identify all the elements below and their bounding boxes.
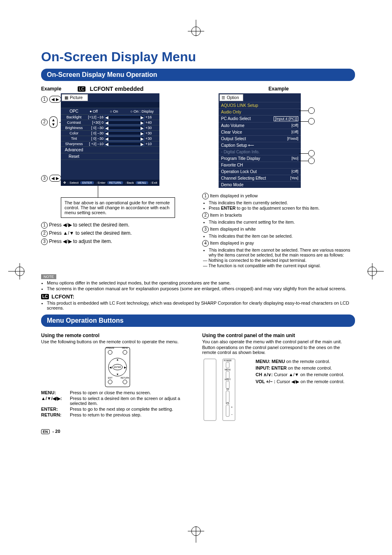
remote-diagram: FREEZE MENU ENTER ▲ ▼ ◀ ▶ EXIT RETURN <box>93 347 142 388</box>
guide-info-box: The bar above is an operational guide fo… <box>61 197 175 218</box>
picture-menu-mock: ▦ Picture OPC Off On On : Display Backli… <box>61 93 159 186</box>
lcfont-embedded-label: LCFONT embedded <box>90 86 144 92</box>
callout-4-right: 4 <box>308 157 315 164</box>
callout-1-left: 1 <box>41 96 48 103</box>
legend-4-head: 4 Item displayed in gray <box>202 240 355 247</box>
slider-max: +30 <box>144 131 158 135</box>
panel-desc-list: MENU: MENU on the remote control.INPUT: … <box>256 357 344 386</box>
legend-3-head: 3 Item displayed in white <box>202 226 355 233</box>
slider-max: +30 <box>144 136 158 141</box>
slider-value: [+30] 0 <box>85 120 105 125</box>
step-3: 3 Press ◀/▶ to adjust the item. <box>41 238 194 245</box>
callout-3-left: 3 <box>41 175 48 182</box>
enter-pill: ENTER <box>80 181 94 184</box>
option-row[interactable]: AQUOS LINK Setup <box>219 102 301 109</box>
option-row[interactable]: Favorite CH <box>219 162 301 168</box>
svg-text:MENU: MENU <box>225 368 231 371</box>
slider-max: +10 <box>144 142 158 146</box>
slider-track[interactable]: ◀▶ <box>105 142 144 146</box>
picture-icon: ▦ <box>65 95 68 100</box>
legend-1-head: 1 Item displayed in yellow <box>202 193 355 199</box>
option-tab[interactable]: ☰ Option <box>219 94 243 101</box>
crop-mark-bottom <box>188 526 204 543</box>
slider-track[interactable]: ◀▶ <box>105 126 144 130</box>
remote-intro: Use the following buttons on the remote … <box>41 339 194 344</box>
option-row[interactable]: Auto Volume[Off] <box>219 122 301 129</box>
page-number: EN - 20 <box>41 429 355 434</box>
option-row[interactable]: ◦ Digital Caption Info. <box>219 148 301 155</box>
section-header-buttons: Menu Operation Buttons <box>41 314 355 327</box>
callout-2-left: 2 <box>41 119 48 125</box>
svg-text:+: + <box>231 406 233 409</box>
legend-2-body: This indicates the current setting for t… <box>209 220 355 224</box>
slider-label: Tint <box>62 136 85 141</box>
slider-track[interactable]: ◀▶ <box>105 131 144 135</box>
lcfont-icon: LC <box>78 86 85 92</box>
option-icon: ☰ <box>221 95 225 100</box>
option-row[interactable]: Clear Voice[Off] <box>219 129 301 135</box>
slider-max: +40 <box>144 120 158 125</box>
option-row[interactable]: Program Title Display[No] <box>219 155 301 162</box>
option-row[interactable]: Output Select[Fixed] <box>219 135 301 142</box>
svg-text:MENU: MENU <box>122 347 128 349</box>
up-down-button-icon: ▲▼ <box>49 116 58 128</box>
notes-list: Menu options differ in the selected inpu… <box>47 280 355 291</box>
step-1: 1 Press ◀/▶ to select the desired item. <box>41 222 194 229</box>
opc-on[interactable]: On <box>110 109 118 113</box>
legend-3-body: This indicates that the item can be sele… <box>209 234 355 238</box>
slider-value: [ 0] –30 <box>85 136 105 141</box>
option-row[interactable]: Channel Selecting Effect[Yes] <box>219 175 301 181</box>
opc-label: OPC <box>62 109 85 113</box>
page-title: On-Screen Display Menu <box>41 49 355 65</box>
svg-text:−: − <box>231 413 233 416</box>
advanced-row[interactable]: Advanced <box>62 148 85 152</box>
slider-track[interactable]: ◀▶ <box>105 115 144 119</box>
svg-text:VOL: VOL <box>226 402 230 405</box>
opc-on-display[interactable]: On : Display <box>130 109 154 113</box>
option-row[interactable]: PC Audio Select[Input 4 (PC)] <box>219 115 301 122</box>
slider-max: +30 <box>144 126 158 130</box>
option-menu-mock: ☰ Option AQUOS LINK SetupAudio OnlyPC Au… <box>219 93 301 188</box>
slider-value: [ 0] –30 <box>85 126 105 130</box>
legend-4-body: This indicates that the item cannot be s… <box>209 247 355 268</box>
picture-tab[interactable]: ▦ Picture <box>62 94 88 101</box>
example-label-right: Example <box>202 86 355 92</box>
opc-off[interactable]: Off <box>90 109 98 113</box>
svg-text:RETURN: RETURN <box>121 377 129 379</box>
slider-value: [+12] –16 <box>85 115 105 119</box>
slider-label: Backlight <box>62 115 85 119</box>
callout-3-right: 3 <box>308 150 315 157</box>
panel-heading: Using the control panel of the main unit <box>202 333 355 338</box>
slider-label: Sharpness <box>62 142 85 146</box>
option-row[interactable]: Audio Only <box>219 109 301 115</box>
remote-button-table: MENU:Press to open or close the menu scr… <box>41 390 194 417</box>
option-row[interactable]: Demo Mode <box>219 181 301 188</box>
tv-side-diagram: POWER MENU INPUT CH VOL + − <box>202 357 251 423</box>
slider-label: Contrast <box>62 120 85 125</box>
slider-label: Brightness <box>62 126 85 130</box>
guide-bar: ✥: Select ENTER: Enter RETURN: Back MENU… <box>61 180 159 186</box>
slider-track[interactable]: ◀▶ <box>105 136 144 141</box>
crop-mark-right <box>367 263 384 280</box>
lcfont-header: LCLCFONT: <box>41 294 355 300</box>
callout-1-right: 1 <box>308 107 315 114</box>
return-pill: RETURN <box>107 181 123 184</box>
svg-text:POWER: POWER <box>224 359 232 362</box>
svg-text:EXIT: EXIT <box>108 377 112 379</box>
slider-value: [ 0] –30 <box>85 131 105 135</box>
callout-2-right: 2 <box>308 118 315 125</box>
legend-1-body: This indicates the item currently select… <box>209 200 355 210</box>
menu-pill: MENU <box>136 181 148 184</box>
option-row[interactable]: Caption Setup ⟵ <box>219 142 301 148</box>
nav-arrows-icon: ✥ <box>63 181 66 185</box>
panel-p1: You can also operate the menu with the c… <box>202 339 355 344</box>
option-tab-label: Option <box>227 95 239 100</box>
left-right-button-icon: ◀ ▶ <box>49 96 61 103</box>
svg-text:▼: ▼ <box>116 373 119 376</box>
reset-row[interactable]: Reset <box>62 154 85 159</box>
slider-track[interactable]: ◀▶ <box>105 120 144 125</box>
section-header-operation: On-Screen Display Menu Operation <box>41 69 355 81</box>
option-row[interactable]: Operation Lock Out[Off] <box>219 168 301 175</box>
crop-mark-left <box>8 263 25 280</box>
svg-text:ENTER: ENTER <box>114 366 121 368</box>
